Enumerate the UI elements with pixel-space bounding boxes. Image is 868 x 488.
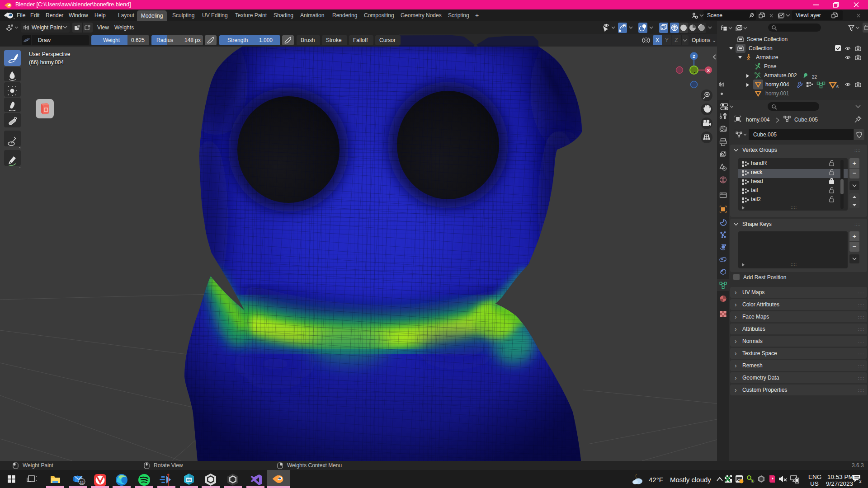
svg-text:::::: :::: — [791, 262, 797, 267]
svg-text:X: X — [707, 68, 710, 73]
svg-text:2: 2 — [859, 479, 861, 483]
svg-text:Z: Z — [693, 54, 695, 59]
svg-text:ENG: ENG — [808, 474, 821, 480]
svg-text:9/27/2023: 9/27/2023 — [826, 480, 853, 487]
svg-text:6: 6 — [836, 84, 839, 89]
svg-text:US: US — [810, 480, 819, 487]
svg-text:42°F: 42°F — [649, 476, 663, 483]
svg-text:DV: DV — [187, 479, 191, 482]
svg-text:::::: :::: — [791, 205, 797, 210]
svg-text:11: 11 — [80, 480, 84, 484]
svg-text:Mostly cloudy: Mostly cloudy — [670, 476, 711, 483]
svg-text:10:53 PM: 10:53 PM — [827, 474, 854, 480]
